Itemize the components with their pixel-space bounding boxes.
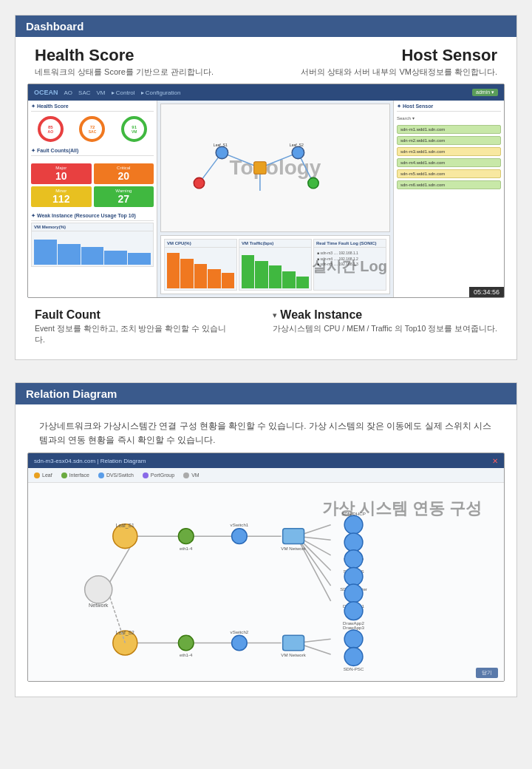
dash-center-panel: Topology [157,101,393,297]
relation-close-button[interactable]: 닫기 [476,668,498,678]
svg-text:DrawApp3: DrawApp3 [343,625,364,630]
legend-portgroup: PortGroup [143,472,174,478]
cpu-bar-3 [194,264,207,288]
host-row-5: sdn-m5.wdd1.sdn.com [397,169,501,178]
host-sensor-panel-title: ✦ Host Sensor [397,104,501,112]
legend-interface-label: Interface [69,472,89,478]
host-row-6: sdn-m6.wdd1.sdn.com [397,180,501,189]
svg-rect-30 [283,529,304,544]
svg-point-42 [344,602,363,620]
vm-cpu-title: VM CPU(%) [165,240,236,248]
relation-diagram-header: Relation Diagram [16,383,516,404]
svg-text:eth1-4: eth1-4 [180,652,193,657]
svg-point-36 [344,550,363,569]
bar-1 [34,240,57,265]
dash-topbar-title: OCEAN [34,89,58,96]
relation-diagram-content: 가상네트워크와 가상시스템간 연결 구성 현황을 확인할 수 있습니다. 가상 … [16,413,516,682]
svg-text:Leaf_S1: Leaf_S1 [116,523,134,529]
rel-topbar-close[interactable]: ✕ [492,457,498,465]
legend-leaf: Leaf [34,472,52,478]
rel-topbar-title: sdn-m3-esx04.sdn.com | Relation Diagram [34,458,146,464]
fault-warning-value: 27 [98,193,151,205]
dash-nav-vm[interactable]: VM [97,89,106,96]
legend-portgroup-label: PortGroup [151,472,174,478]
weak-instance-panel-title: ✦ Weak Instance (Resource Usage Top 10) [31,213,154,221]
rel-topbar: sdn-m3-esx04.sdn.com | Relation Diagram … [28,453,504,468]
svg-point-8 [194,177,204,188]
fault-counts-grid: Major 10 Critical 20 Minor 112 Warning [31,163,154,207]
fault-warning-box: Warning 27 [94,186,154,207]
host-row-1: sdn-m1.wdd1.sdn.com [397,125,501,134]
weak-instance-annotation-header: ▾ Weak Instance [273,308,362,322]
cpu-bar-4 [208,269,220,289]
dashboard-content: Health Score 네트워크의 상태를 Score를 기반으로 관리합니다… [16,46,516,345]
cpu-bars [165,248,236,290]
svg-text:SDN-PSC: SDN-PSC [344,666,364,671]
host-row-5-name: sdn-m5.wdd1.sdn.com [400,172,445,176]
host-row-4: sdn-m4.wdd1.sdn.com [397,158,501,167]
weak-instance-panel: ✦ Weak Instance (Resource Usage Top 10) … [31,213,154,294]
traffic-bars [239,248,311,290]
traffic-bar-3 [269,265,282,288]
gauge-orange: 72SAC [79,116,105,142]
legend-interface: Interface [61,472,89,478]
svg-point-28 [232,529,248,544]
dashboard-screenshot: OCEAN AO SAC VM ▸ Control ▸ Configuratio… [27,84,505,298]
host-row-1-name: sdn-m1.wdd1.sdn.com [400,127,445,132]
rel-diagram-body: 가상 시스템 연동 구성 Network [28,483,504,681]
realtime-fault-chart: Real Time Fault Log (SONIC) ■ sdn-m3 ...… [313,239,386,291]
bar-4 [104,251,127,265]
dash-nav-config[interactable]: ▸ Configuration [141,89,181,96]
weak-instance-annotation-title: Weak Instance [280,308,362,322]
vm-memory-bars [32,231,153,266]
host-row-2-name: sdn-m2.wdd1.sdn.com [400,138,445,143]
health-score-desc: 네트워크의 상태를 Score를 기반으로 관리합니다. [35,67,214,78]
svg-text:Leaf_S1: Leaf_S1 [214,143,228,147]
health-score-panel-title: ✦ Health Score [31,104,154,112]
dash-right-panel: ✦ Host Sensor Search ▾ sdn-m1.wdd1.sdn.c… [393,101,504,297]
fault-log-row-3: ■ sdn-m5 .... 192.168.1.3 [317,262,383,268]
legend-leaf-dot [34,472,40,478]
fault-critical-value: 20 [98,170,151,182]
svg-point-32 [344,515,363,534]
dash-topbar: OCEAN AO SAC VM ▸ Control ▸ Configuratio… [28,84,504,101]
fault-log-row-2: ■ sdn-m4 .... 192.168.1.2 [317,257,383,262]
legend-portgroup-dot [143,472,149,478]
dash-nav-control[interactable]: ▸ Control [112,89,135,96]
cpu-bar-1 [167,253,180,288]
dashboard-section-header: Dashboard [16,16,516,37]
fault-minor-box: Minor 112 [31,186,92,207]
svg-text:eth1-4: eth1-4 [180,546,193,551]
dash-nav-ao[interactable]: AO [64,89,73,96]
svg-text:vSwitch1: vSwitch1 [231,522,249,527]
weak-instance-charts: VM Memory(%) [31,223,154,267]
arrow-indicator: ▾ [273,311,277,320]
topology-svg: Leaf_S1 Leaf_S2 [161,104,389,231]
vm-memory-chart: VM Memory(%) [31,223,154,267]
legend-vm-label: VM [191,472,200,478]
dashboard-top-labels: Health Score 네트워크의 상태를 Score를 기반으로 관리합니다… [27,46,505,78]
svg-point-59 [344,648,363,666]
health-score-title: Health Score [35,46,214,65]
svg-point-51 [178,635,194,651]
legend-leaf-label: Leaf [42,472,52,478]
svg-text:vSwitch2: vSwitch2 [231,629,249,634]
dash-nav-sac[interactable]: SAC [78,89,90,96]
host-row-3-name: sdn-m3.wdd1.sdn.com [400,149,445,154]
legend-interface-dot [61,472,67,478]
host-row-3: sdn-m3.wdd1.sdn.com [397,147,501,156]
fault-count-panel-title: ✦ Fault Counts(All) [31,148,154,156]
weak-instance-annotation: ▾ Weak Instance 가상시스템의 CPU / MEM / Traff… [273,308,497,345]
host-sensor-desc: 서버의 상태와 서버 내부의 VM상태정보를 확인합니다. [301,67,497,78]
health-gauges: 85AO 72SAC 91VM [31,116,154,142]
vm-traffic-title: VM Traffic(bps) [239,240,311,248]
svg-text:Network: Network [89,602,109,609]
svg-point-21 [85,576,112,603]
host-row-6-name: sdn-m6.wdd1.sdn.com [400,183,445,187]
legend-dvs-dot [98,472,104,478]
fault-major-box: Major 10 [31,163,92,184]
rel-diagram-svg: Network Leaf_S1 eth1-4 vSwitch1 VM Netwo… [28,483,504,681]
svg-text:Leaf_S2: Leaf_S2 [290,143,304,147]
weak-instance-annotation-desc: 가상시스템의 CPU / MEM / Traffic 의 Top10 정보를 보… [273,323,497,334]
vm-memory-title: VM Memory(%) [32,223,153,231]
